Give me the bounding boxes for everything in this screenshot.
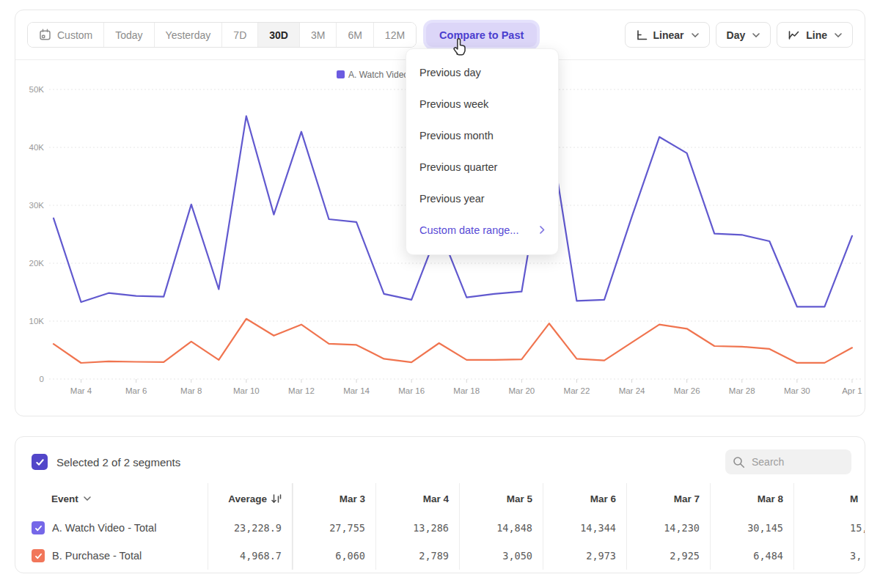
value-cell: 2,973 xyxy=(543,542,627,570)
y-axis-tick-label: 20K xyxy=(29,259,45,268)
y-axis-tick-label: 50K xyxy=(29,85,45,94)
x-axis-tick-label: Mar 12 xyxy=(288,386,315,395)
range-button-label: 12M xyxy=(385,29,405,41)
column-header-clipped: M xyxy=(794,483,865,514)
x-axis-tick-label: Mar 20 xyxy=(508,386,535,395)
custom-date-range-label: Custom date range... xyxy=(419,224,518,236)
column-header-mar-4[interactable]: Mar 4 xyxy=(376,483,460,514)
x-axis-tick-label: Mar 30 xyxy=(784,386,810,395)
range-button-label: 30D xyxy=(269,29,288,41)
granularity-select-label: Day xyxy=(727,29,746,41)
range-button-3m[interactable]: 3M xyxy=(300,23,337,47)
date-header-label: Mar 6 xyxy=(590,493,616,504)
menu-item-custom-date-range[interactable]: Custom date range... xyxy=(406,214,558,246)
segment-label: A. Watch Video - Total xyxy=(52,522,156,534)
date-header-label: Mar 5 xyxy=(507,493,532,504)
x-axis-tick-label: Mar 8 xyxy=(180,386,202,395)
cell-value: 6,060 xyxy=(335,550,365,562)
cell-value: 14,344 xyxy=(580,522,616,534)
value-cell: 14,848 xyxy=(460,514,543,542)
table-row: A. Watch Video - Total23,228.927,75513,2… xyxy=(15,514,865,542)
column-header-mar-5[interactable]: Mar 5 xyxy=(460,483,543,514)
clipped-header-label: M xyxy=(850,493,858,504)
line-chart-icon xyxy=(788,29,800,41)
compare-to-past-button[interactable]: Compare to Past xyxy=(426,23,537,47)
x-axis-tick-label: Mar 6 xyxy=(125,386,147,395)
range-button-30d[interactable]: 30D xyxy=(258,23,300,47)
range-button-7d[interactable]: 7D xyxy=(222,23,258,47)
x-axis-tick-label: Mar 22 xyxy=(564,386,590,395)
cell-value: 3,050 xyxy=(502,550,532,562)
chevron-down-icon xyxy=(752,33,760,37)
date-header-label: Mar 4 xyxy=(423,493,449,504)
column-header-average[interactable]: Average xyxy=(208,483,293,514)
value-cell: 3,050 xyxy=(460,542,543,570)
y-axis-tick-label: 10K xyxy=(29,317,45,326)
segment-checkbox[interactable] xyxy=(32,549,45,562)
series-line-b xyxy=(54,319,852,363)
value-cell: 27,755 xyxy=(293,514,376,542)
cell-value: 2,789 xyxy=(419,550,449,562)
select-all-checkbox[interactable] xyxy=(32,454,48,470)
x-axis-tick-label: Mar 10 xyxy=(233,386,260,395)
value-cell: 14,344 xyxy=(543,514,627,542)
menu-item-previous-week[interactable]: Previous week xyxy=(406,88,558,120)
menu-item-previous-year[interactable]: Previous year xyxy=(406,183,558,214)
scale-select-button[interactable]: Linear xyxy=(625,22,710,48)
cell-value: 14,230 xyxy=(664,522,700,534)
range-button-6m[interactable]: 6M xyxy=(337,23,373,47)
clipped-cell-value: 3, xyxy=(850,550,862,562)
date-header-label: Mar 7 xyxy=(674,493,700,504)
column-header-mar-3[interactable]: Mar 3 xyxy=(293,483,376,514)
column-header-mar-7[interactable]: Mar 7 xyxy=(627,483,711,514)
table-header-row: EventAverageMar 3Mar 4Mar 5Mar 6Mar 7Mar… xyxy=(15,483,865,514)
compare-to-past-menu: Previous dayPrevious weekPrevious monthP… xyxy=(406,48,559,255)
compare-menu-items: Previous dayPrevious weekPrevious monthP… xyxy=(406,56,558,214)
sort-descending-icon xyxy=(271,494,282,504)
date-header-label: Mar 3 xyxy=(340,493,365,504)
table-row: B. Purchase - Total4,968.76,0602,7893,05… xyxy=(15,542,865,570)
search-input[interactable] xyxy=(752,456,840,468)
linear-axis-icon xyxy=(636,29,648,41)
search-icon xyxy=(733,456,745,468)
date-range-group: CustomTodayYesterday7D30D3M6M12M xyxy=(27,22,417,48)
segment-checkbox[interactable] xyxy=(32,521,45,534)
chart-type-select-button[interactable]: Line xyxy=(777,22,853,48)
menu-item-previous-day[interactable]: Previous day xyxy=(406,56,558,88)
chevron-down-icon xyxy=(835,33,842,37)
segment-label: B. Purchase - Total xyxy=(52,550,142,562)
column-header-event[interactable]: Event xyxy=(15,483,208,514)
value-cell: 30,145 xyxy=(711,514,794,542)
range-button-label: 3M xyxy=(311,29,325,41)
segments-table-card: Selected 2 of 2 segments EventAverageMar… xyxy=(15,436,865,573)
menu-item-previous-month[interactable]: Previous month xyxy=(406,120,558,151)
column-header-mar-6[interactable]: Mar 6 xyxy=(543,483,627,514)
legend-swatch-a xyxy=(337,70,345,78)
range-button-today[interactable]: Today xyxy=(104,23,154,47)
range-button-12m[interactable]: 12M xyxy=(374,23,416,47)
x-axis-tick-label: Apr 1 xyxy=(842,386,862,395)
cell-value: 27,755 xyxy=(329,522,365,534)
range-button-label: 7D xyxy=(233,29,246,41)
event-header-label: Event xyxy=(51,493,78,504)
legend-label-a: A. Watch Video xyxy=(348,70,408,80)
average-value: 4,968.7 xyxy=(240,550,282,562)
chart-type-select-label: Line xyxy=(806,29,827,41)
x-axis-tick-label: Mar 4 xyxy=(70,386,92,395)
granularity-select-button[interactable]: Day xyxy=(716,22,771,48)
menu-item-previous-quarter[interactable]: Previous quarter xyxy=(406,151,558,183)
x-axis-tick-label: Mar 16 xyxy=(398,386,425,395)
segments-header: Selected 2 of 2 segments xyxy=(15,437,865,480)
y-axis-tick-label: 30K xyxy=(29,201,45,210)
average-cell: 23,228.9 xyxy=(208,514,293,542)
value-cell: 14,230 xyxy=(627,514,711,542)
average-value: 23,228.9 xyxy=(234,522,282,534)
range-button-yesterday[interactable]: Yesterday xyxy=(155,23,223,47)
chart-controls: Linear Day Line xyxy=(625,22,853,48)
range-button-custom[interactable]: Custom xyxy=(28,23,104,47)
chevron-right-icon xyxy=(540,226,545,234)
average-header-label: Average xyxy=(228,493,267,504)
range-button-label: Yesterday xyxy=(166,29,211,41)
column-header-mar-8[interactable]: Mar 8 xyxy=(711,483,794,514)
selected-segments-label: Selected 2 of 2 segments xyxy=(56,456,180,468)
